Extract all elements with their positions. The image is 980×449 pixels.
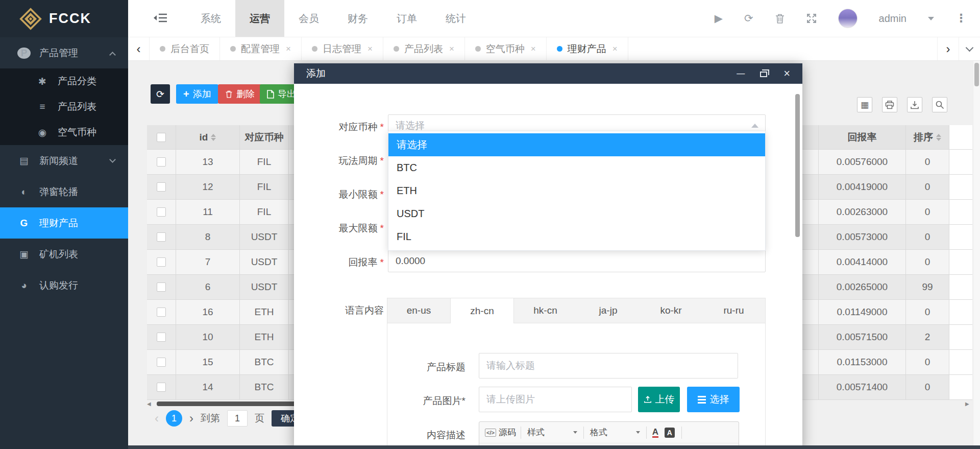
prev-page-icon[interactable]: ‹ <box>155 411 159 426</box>
nav-system[interactable]: 系统 <box>186 0 235 37</box>
dialog-titlebar[interactable]: 添加 — × <box>294 63 802 84</box>
style-combo[interactable]: 样式 <box>524 426 580 440</box>
lang-tab-en-us[interactable]: en-us <box>387 298 450 323</box>
dropdown-option-placeholder[interactable]: 请选择 <box>388 133 765 156</box>
trash-icon <box>225 90 233 99</box>
dialog-scrollbar-thumb[interactable] <box>795 94 800 237</box>
row-checkbox[interactable] <box>157 182 166 192</box>
format-combo[interactable]: 格式 <box>587 426 643 440</box>
scroll-right-icon[interactable]: ▶ <box>965 401 972 407</box>
download-icon[interactable] <box>907 97 922 112</box>
row-checkbox[interactable] <box>157 383 166 392</box>
upload-button[interactable]: 上传 <box>638 387 680 412</box>
nav-stats[interactable]: 统计 <box>431 0 480 37</box>
user-name[interactable]: admin <box>879 13 906 25</box>
row-checkbox[interactable] <box>157 282 166 292</box>
image-field-label: 产品图片* <box>387 394 465 408</box>
dropdown-option-fil[interactable]: FIL <box>388 225 765 248</box>
minimize-icon[interactable]: — <box>737 69 744 78</box>
bg-color-button[interactable]: A <box>663 426 678 440</box>
col-sort[interactable]: 排序 <box>906 125 949 150</box>
sort-icon[interactable] <box>936 134 941 141</box>
nav-finance[interactable]: 财务 <box>333 0 382 37</box>
nav-member[interactable]: 会员 <box>284 0 333 37</box>
trash-icon[interactable] <box>775 13 785 24</box>
next-page-icon[interactable]: › <box>189 411 193 426</box>
sidebar-item-product-mgmt[interactable]: P 产品管理 <box>0 37 128 68</box>
add-button[interactable]: + 添加 <box>176 84 218 104</box>
row-checkbox[interactable] <box>157 232 166 242</box>
tab-wealth-product[interactable]: 理财产品 × <box>547 37 628 60</box>
row-checkbox[interactable] <box>157 308 166 317</box>
user-dropdown-caret-icon[interactable] <box>928 17 934 20</box>
goto-page-input[interactable] <box>227 410 248 427</box>
sidebar-item-label: 新闻频道 <box>39 154 78 168</box>
product-image-input[interactable] <box>479 387 632 412</box>
sidebar-item-product-list[interactable]: ≡ 产品列表 <box>0 94 128 120</box>
scrollbar-thumb[interactable] <box>974 63 979 86</box>
current-page-badge[interactable]: 1 <box>166 410 182 427</box>
nav-order[interactable]: 订单 <box>382 0 431 37</box>
col-id[interactable]: id <box>176 125 240 150</box>
user-avatar[interactable] <box>838 9 857 28</box>
row-checkbox[interactable] <box>157 157 166 167</box>
tab-close-icon[interactable]: × <box>449 44 454 54</box>
lang-tab-ru-ru[interactable]: ru-ru <box>702 298 765 323</box>
tab-config[interactable]: 配置管理 × <box>220 37 302 60</box>
row-checkbox[interactable] <box>157 333 166 342</box>
tab-close-icon[interactable]: × <box>612 44 618 54</box>
maximize-icon[interactable] <box>760 72 767 77</box>
row-checkbox[interactable] <box>157 257 166 267</box>
tab-air-coin[interactable]: 空气币种 × <box>465 37 547 60</box>
dropdown-option-usdt[interactable]: USDT <box>388 202 765 225</box>
rate-input[interactable] <box>388 250 766 272</box>
columns-grid-icon[interactable]: ▦ <box>857 97 872 112</box>
dropdown-option-eth[interactable]: ETH <box>388 179 765 202</box>
print-icon[interactable] <box>882 97 897 112</box>
nav-operation[interactable]: 运营 <box>235 0 284 37</box>
select-all-checkbox[interactable] <box>157 133 166 142</box>
text-color-button[interactable]: A <box>650 426 663 440</box>
tab-close-icon[interactable]: × <box>286 44 291 54</box>
tab-close-icon[interactable]: × <box>531 44 536 54</box>
more-menu-icon[interactable]: ⋮ <box>955 12 967 25</box>
tab-dot-icon <box>230 46 236 52</box>
product-title-input[interactable] <box>479 353 738 379</box>
scroll-left-icon[interactable]: ◀ <box>147 401 154 407</box>
fullscreen-icon[interactable] <box>806 13 817 23</box>
lang-tab-zh-cn[interactable]: zh-cn <box>450 298 514 323</box>
sidebar-item-popup-carousel[interactable]: ◐ 弹窗轮播 <box>0 176 128 207</box>
bottom-edge-bar <box>128 445 980 449</box>
dropdown-option-btc[interactable]: BTC <box>388 156 765 179</box>
sidebar-item-subscription-issue[interactable]: ◕ 认购发行 <box>0 270 128 301</box>
table-refresh-button[interactable]: ⟳ <box>151 84 170 104</box>
play-icon[interactable]: ▶ <box>715 12 723 25</box>
tabs-scroll-right-icon[interactable]: › <box>937 37 959 60</box>
delete-button[interactable]: 删除 <box>218 84 262 104</box>
period-field-label: 玩法周期* <box>294 154 384 168</box>
search-icon[interactable] <box>932 97 947 112</box>
sidebar-item-news-channel[interactable]: ▤ 新闻频道 <box>0 145 128 176</box>
sidebar-item-wealth-product[interactable]: G 理财产品 <box>0 207 128 239</box>
sidebar-collapse-icon[interactable] <box>154 12 169 25</box>
sidebar-item-air-coin[interactable]: ◉ 空气币种 <box>0 120 128 145</box>
sidebar-item-miner-list[interactable]: ▣ 矿机列表 <box>0 239 128 270</box>
refresh-icon[interactable]: ⟳ <box>744 12 753 25</box>
tab-home[interactable]: 后台首页 <box>150 37 220 60</box>
close-icon[interactable]: × <box>783 67 790 80</box>
tab-logs[interactable]: 日志管理 × <box>302 37 383 60</box>
sort-icon[interactable] <box>211 134 216 141</box>
tab-close-icon[interactable]: × <box>368 44 373 54</box>
choose-button[interactable]: 选择 <box>687 387 740 412</box>
row-checkbox[interactable] <box>157 358 166 367</box>
lang-tab-hk-cn[interactable]: hk-cn <box>514 298 577 323</box>
tabs-scroll-left-icon[interactable]: ‹ <box>128 37 150 60</box>
lang-tab-ko-kr[interactable]: ko-kr <box>640 298 702 323</box>
row-checkbox[interactable] <box>157 207 166 217</box>
tabs-menu-icon[interactable] <box>959 37 980 60</box>
tab-product-list[interactable]: 产品列表 × <box>383 37 465 60</box>
sidebar-item-product-category[interactable]: ✱ 产品分类 <box>0 68 128 94</box>
lang-tab-ja-jp[interactable]: ja-jp <box>577 298 640 323</box>
source-button[interactable]: </> 源码 <box>483 426 518 440</box>
page-scrollbar[interactable] <box>973 61 980 449</box>
